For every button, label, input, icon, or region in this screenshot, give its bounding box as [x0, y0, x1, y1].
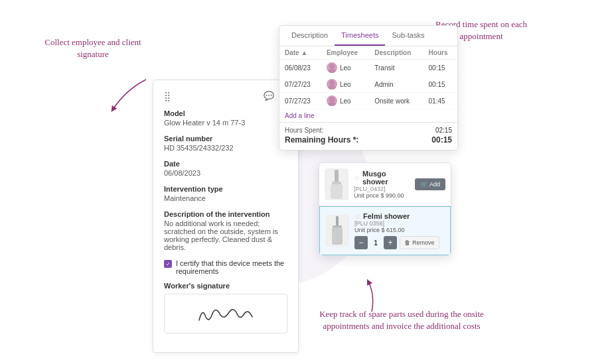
- model-label: Model: [164, 109, 287, 117]
- form-card: ⣿ 💬 ⚙ Model Glow Heater v 14 m 77-3 Seri…: [153, 80, 299, 353]
- annotation-spare-parts: Keep track of spare parts used during th…: [312, 308, 491, 332]
- description-value: No additional work is needed; scratched …: [164, 219, 287, 251]
- employee-name: Leo: [340, 81, 351, 88]
- table-row: 07/27/23 Leo Onsite work 01:45: [279, 93, 457, 109]
- signature-area: [164, 294, 287, 334]
- svg-rect-10: [336, 216, 339, 227]
- tab-subtasks[interactable]: Sub-tasks: [385, 26, 431, 46]
- trash-icon: 🗑: [404, 239, 410, 246]
- svg-rect-11: [333, 225, 342, 227]
- grid-icon: ⣿: [164, 91, 171, 101]
- employee-avatar: [327, 95, 337, 106]
- col-date: Date ▲: [279, 46, 321, 60]
- arrow-bottom-annotation: [352, 278, 392, 315]
- cell-hours: 00:15: [424, 76, 457, 93]
- description-label: Description of the intervention: [164, 210, 287, 218]
- part-price-felmi: Unit price $ 615.00: [354, 227, 445, 233]
- qty-controls-felmi: − 1 + 🗑 Remove: [354, 236, 445, 249]
- employee-avatar: [327, 79, 337, 90]
- chat-icon[interactable]: 💬: [264, 91, 274, 101]
- shower-image-musgo: [327, 170, 346, 199]
- cell-hours: 01:45: [424, 93, 457, 109]
- svg-rect-8: [331, 184, 343, 199]
- certify-checkbox-row[interactable]: ✓ I certify that this device meets the r…: [164, 259, 287, 275]
- model-value: Glow Heater v 14 m 77-3: [164, 119, 287, 127]
- part-info-musgo: ☆ Musgo shower [PLU_0432] Unit price $ 9…: [354, 170, 410, 199]
- timesheet-tabs: Description Timesheets Sub-tasks: [279, 26, 457, 46]
- part-image-musgo: [325, 168, 348, 200]
- form-top-icons: ⣿ 💬 ⚙: [164, 91, 287, 101]
- employee-name: Leo: [340, 64, 351, 72]
- hours-summary: Hours Spent: 02:15 Remaining Hours *: 00…: [279, 122, 457, 150]
- col-employee: Employee: [321, 46, 369, 60]
- tab-timesheets[interactable]: Timesheets: [335, 26, 385, 46]
- svg-point-0: [329, 64, 335, 69]
- cell-employee: Leo: [321, 93, 369, 109]
- worker-sig-label: Worker's signature: [164, 282, 287, 290]
- cell-employee: Leo: [321, 76, 369, 93]
- svg-point-2: [329, 80, 335, 86]
- description-field: Description of the intervention No addit…: [164, 210, 287, 251]
- timesheet-table: Date ▲ Employee Description Hours 06/08/…: [279, 46, 457, 109]
- hours-spent-label: Hours Spent:: [285, 127, 323, 134]
- col-hours: Hours: [424, 46, 457, 60]
- cell-date: 07/27/23: [279, 93, 321, 109]
- table-row: 07/27/23 Leo Admin 00:15: [279, 76, 457, 93]
- cart-icon: 🛒: [420, 181, 427, 188]
- svg-point-1: [328, 69, 336, 73]
- add-line-link[interactable]: Add a line: [279, 109, 457, 122]
- serial-field: Serial number HD 35435/24332/232: [164, 135, 287, 152]
- remaining-label: Remaining Hours *:: [285, 135, 358, 145]
- part-item-musgo: ☆ Musgo shower [PLU_0432] Unit price $ 9…: [319, 163, 451, 206]
- certify-label: I certify that this device meets the req…: [176, 259, 287, 275]
- part-name-musgo: Musgo shower: [362, 170, 410, 186]
- cell-date: 06/08/23: [279, 60, 321, 76]
- timesheet-panel: Description Timesheets Sub-tasks Date ▲ …: [279, 25, 458, 151]
- worker-signature-field: Worker's signature: [164, 282, 287, 334]
- part-sku-musgo: [PLU_0432]: [354, 186, 410, 192]
- part-sku-felmi: [PLU 0356]: [354, 220, 445, 227]
- intervention-label: Intervention type: [164, 185, 287, 193]
- part-item-felmi: ☆ Felmi shower [PLU 0356] Unit price $ 6…: [319, 206, 451, 255]
- cell-date: 07/27/23: [279, 76, 321, 93]
- part-name-felmi: Felmi shower: [363, 212, 410, 220]
- qty-value: 1: [370, 239, 381, 247]
- signature-drawing: [193, 300, 259, 327]
- col-description: Description: [369, 46, 423, 60]
- svg-rect-6: [335, 170, 339, 183]
- intervention-field: Intervention type Maintenance: [164, 185, 287, 202]
- date-label: Date: [164, 160, 287, 168]
- svg-rect-7: [332, 182, 341, 184]
- part-actions-musgo: 🛒 Add: [415, 178, 445, 190]
- remaining-value: 00:15: [431, 135, 452, 145]
- spare-parts-panel: ☆ Musgo shower [PLU_0432] Unit price $ 9…: [319, 162, 451, 256]
- date-value: 06/08/2023: [164, 169, 287, 177]
- cell-employee: Leo: [321, 60, 369, 76]
- svg-point-5: [328, 102, 336, 106]
- intervention-value: Maintenance: [164, 194, 287, 202]
- serial-label: Serial number: [164, 135, 287, 143]
- arrow-left-annotation: [100, 76, 159, 116]
- qty-plus-button[interactable]: +: [384, 236, 397, 249]
- date-field: Date 06/08/2023: [164, 160, 287, 177]
- part-price-musgo: Unit price $ 990.00: [354, 192, 410, 199]
- remaining-hours-row: Remaining Hours *: 00:15: [285, 135, 452, 145]
- tab-description[interactable]: Description: [285, 26, 335, 46]
- certify-checkbox[interactable]: ✓: [164, 260, 172, 268]
- part-image-felmi: [325, 215, 349, 247]
- serial-value: HD 35435/24332/232: [164, 144, 287, 152]
- add-button-musgo[interactable]: 🛒 Add: [415, 178, 445, 190]
- hours-spent-value: 02:15: [435, 127, 452, 134]
- shower-image-felmi: [327, 216, 347, 245]
- qty-minus-button[interactable]: −: [354, 236, 368, 249]
- svg-rect-12: [332, 227, 343, 245]
- svg-point-4: [329, 97, 335, 102]
- employee-avatar: [327, 62, 337, 73]
- svg-point-3: [328, 86, 336, 90]
- hours-spent-row: Hours Spent: 02:15: [285, 127, 452, 134]
- employee-name: Leo: [340, 97, 351, 105]
- cell-description: Onsite work: [369, 93, 423, 109]
- remove-button-felmi[interactable]: 🗑 Remove: [400, 236, 439, 249]
- table-row: 06/08/23 Leo Transit 00:15: [279, 60, 457, 76]
- cell-hours: 00:15: [424, 60, 457, 76]
